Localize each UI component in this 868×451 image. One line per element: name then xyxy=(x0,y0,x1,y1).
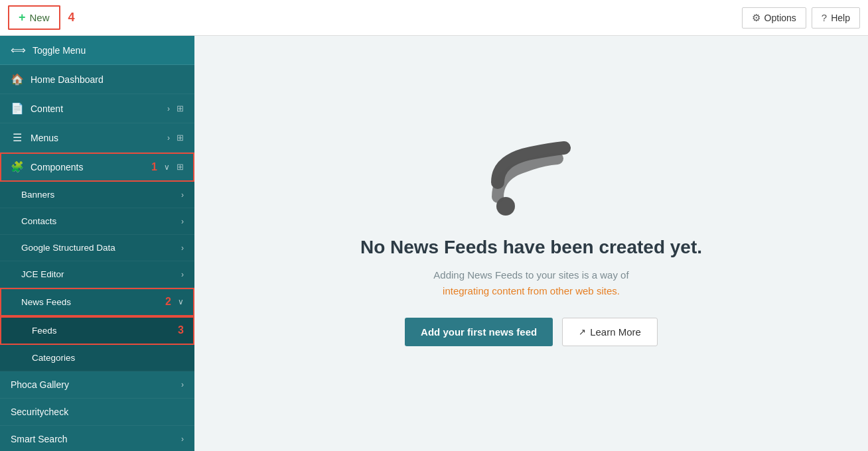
sidebar-item-feeds[interactable]: Feeds 3 xyxy=(0,316,194,345)
sidebar-item-google-structured-data[interactable]: Google Structured Data › xyxy=(0,235,194,261)
menus-icon: ☰ xyxy=(11,131,24,144)
desc-part1: Adding News Feeds to your sites is a way… xyxy=(433,269,628,281)
sidebar-item-news-feeds[interactable]: News Feeds 2 ∨ xyxy=(0,288,194,316)
options-button[interactable]: ⚙ Options xyxy=(742,7,806,29)
phoca-gallery-arrow: › xyxy=(181,380,184,389)
empty-description: Adding News Feeds to your sites is a way… xyxy=(433,267,628,299)
news-feeds-arrow: ∨ xyxy=(178,297,184,306)
banners-arrow: › xyxy=(181,190,184,200)
learn-more-button[interactable]: ↗ Learn More xyxy=(562,318,658,346)
sidebar-item-menus[interactable]: ☰ Menus › ⊞ xyxy=(0,123,194,153)
components-label: Components xyxy=(31,162,142,172)
sidebar-item-securitycheck[interactable]: Securitycheck xyxy=(0,399,194,426)
jce-editor-arrow: › xyxy=(181,270,184,279)
plus-icon: + xyxy=(19,11,26,25)
options-label: Options xyxy=(764,13,796,23)
components-arrow: ∨ xyxy=(164,162,170,172)
contacts-arrow: › xyxy=(181,217,184,226)
empty-title: No News Feeds have been created yet. xyxy=(360,237,702,258)
external-link-icon: ↗ xyxy=(579,327,586,337)
sidebar-item-components[interactable]: 🧩 Components 1 ∨ ⊞ xyxy=(0,153,194,182)
securitycheck-label: Securitycheck xyxy=(11,407,184,417)
toggle-icon: ⟺ xyxy=(11,44,26,56)
menus-label: Menus xyxy=(31,133,161,143)
empty-state: No News Feeds have been created yet. Add… xyxy=(347,128,715,359)
top-bar-right: ⚙ Options ? Help xyxy=(742,7,860,29)
google-structured-data-label: Google Structured Data xyxy=(21,243,175,253)
toggle-menu-label: Toggle Menu xyxy=(33,45,184,56)
sidebar-item-smart-search[interactable]: Smart Search › xyxy=(0,426,194,451)
sidebar-item-banners[interactable]: Banners › xyxy=(0,182,194,208)
rss-icon xyxy=(491,141,571,221)
sidebar-item-phoca-gallery[interactable]: Phoca Gallery › xyxy=(0,371,194,399)
new-button[interactable]: + New xyxy=(8,5,60,30)
banners-label: Banners xyxy=(21,190,175,200)
empty-actions: Add your first news feed ↗ Learn More xyxy=(405,318,658,346)
gear-icon: ⚙ xyxy=(752,12,760,24)
sidebar-item-jce-editor[interactable]: JCE Editor › xyxy=(0,261,194,288)
phoca-gallery-label: Phoca Gallery xyxy=(11,379,175,390)
layout: ⟺ Toggle Menu 🏠 Home Dashboard 📄 Content… xyxy=(0,36,868,451)
help-icon: ? xyxy=(822,12,827,23)
step-2-badge: 2 xyxy=(165,296,171,308)
categories-label: Categories xyxy=(32,353,184,363)
components-icon: 🧩 xyxy=(11,161,24,173)
content-icon: 📄 xyxy=(11,102,24,115)
desc-highlight: integrating content from other web sites… xyxy=(443,285,620,296)
learn-more-label: Learn More xyxy=(590,326,641,338)
add-news-feed-button[interactable]: Add your first news feed xyxy=(405,318,553,346)
sidebar-item-content[interactable]: 📄 Content › ⊞ xyxy=(0,94,194,123)
feeds-label: Feeds xyxy=(32,326,169,336)
toggle-menu-item[interactable]: ⟺ Toggle Menu xyxy=(0,36,194,65)
menus-grid-icon: ⊞ xyxy=(177,133,184,143)
jce-editor-label: JCE Editor xyxy=(21,269,175,279)
step-3-badge: 3 xyxy=(178,324,184,336)
components-submenu: Banners › Contacts › Google Structured D… xyxy=(0,182,194,371)
sidebar-item-contacts[interactable]: Contacts › xyxy=(0,208,194,235)
components-grid-icon: ⊞ xyxy=(177,162,184,172)
sidebar: ⟺ Toggle Menu 🏠 Home Dashboard 📄 Content… xyxy=(0,36,194,451)
help-button[interactable]: ? Help xyxy=(812,7,860,29)
menus-arrow: › xyxy=(167,133,170,143)
new-label: New xyxy=(30,12,50,23)
smart-search-arrow: › xyxy=(181,434,184,444)
main-content: No News Feeds have been created yet. Add… xyxy=(194,36,868,451)
help-label: Help xyxy=(831,13,850,23)
step-1-badge: 1 xyxy=(151,161,157,173)
content-grid-icon: ⊞ xyxy=(177,103,184,113)
home-icon: 🏠 xyxy=(11,73,24,86)
top-bar: + New 4 ⚙ Options ? Help xyxy=(0,0,868,36)
google-structured-data-arrow: › xyxy=(181,243,184,253)
content-label: Content xyxy=(31,103,161,114)
home-dashboard-label: Home Dashboard xyxy=(31,74,184,85)
step-4-badge: 4 xyxy=(68,11,75,25)
smart-search-label: Smart Search xyxy=(11,434,175,444)
contacts-label: Contacts xyxy=(21,216,175,226)
sidebar-item-home-dashboard[interactable]: 🏠 Home Dashboard xyxy=(0,65,194,94)
content-arrow: › xyxy=(167,104,170,113)
sidebar-item-categories[interactable]: Categories xyxy=(0,345,194,371)
news-feeds-label: News Feeds xyxy=(21,297,156,307)
news-feeds-submenu: Feeds 3 Categories xyxy=(0,316,194,371)
